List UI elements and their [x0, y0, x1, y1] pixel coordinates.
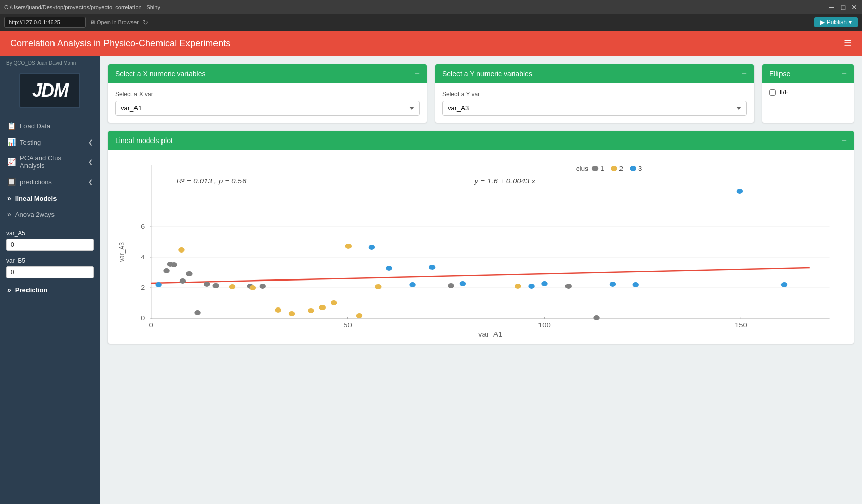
open-in-browser-button[interactable]: 🖥 Open in Browser	[90, 19, 139, 25]
browser-titlebar: C:/Users/juand/Desktop/proyectos/proyect…	[0, 0, 862, 14]
svg-point-51	[275, 307, 281, 313]
chart-container: 0 2 4 6 0 50	[108, 150, 854, 344]
svg-point-32	[633, 282, 639, 287]
sidebar-item-pca-clus[interactable]: 📈 PCA and Clus Analysis ❮	[0, 150, 100, 174]
y-variable-panel: Select a Y numeric variables − Select a …	[435, 64, 754, 123]
x-var-select[interactable]: var_A1 var_A2 var_A3 var_A4 var_A5	[115, 101, 420, 116]
svg-point-41	[204, 282, 210, 287]
svg-point-44	[260, 284, 266, 289]
svg-text:clus: clus	[576, 165, 588, 172]
svg-point-56	[345, 244, 352, 249]
sidebar-item-load-data[interactable]: 📋 Load Data	[0, 118, 100, 134]
svg-point-45	[448, 283, 454, 288]
svg-point-33	[737, 189, 743, 194]
ellipse-panel: Ellipse − T/F	[762, 64, 854, 123]
chart-panel-title: Lineal models plot	[115, 136, 173, 145]
sidebar-by-label: By QCO_DS Juan David Marin	[0, 56, 100, 68]
svg-point-42	[212, 283, 219, 288]
chart-panel-header: Lineal models plot −	[108, 131, 854, 150]
svg-point-35	[163, 268, 169, 273]
ellipse-panel-minimize-button[interactable]: −	[841, 69, 847, 78]
content-area: Select a X numeric variables − Select a …	[100, 56, 862, 504]
main-layout: By QCO_DS Juan David Marin JDM 📋 Load Da…	[0, 56, 862, 504]
svg-point-38	[180, 278, 186, 284]
chart-panel: Lineal models plot − 0 2 4	[108, 131, 854, 344]
svg-text:6: 6	[141, 223, 145, 230]
svg-point-63	[592, 166, 598, 171]
ellipse-panel-title: Ellipse	[769, 70, 790, 78]
ellipse-panel-header: Ellipse −	[762, 64, 854, 83]
var-b5-input[interactable]	[6, 266, 94, 278]
browser-addressbar: http://127.0.0.1:4625 🖥 Open in Browser …	[0, 14, 862, 31]
minimize-button[interactable]: ─	[828, 4, 836, 11]
logo-jdm: JDM	[19, 73, 80, 108]
var-a5-input[interactable]	[6, 239, 94, 251]
svg-text:var_A1: var_A1	[478, 331, 502, 338]
browser-title: C:/Users/juand/Desktop/proyectos/proyect…	[4, 4, 160, 10]
titlebar-left: C:/Users/juand/Desktop/proyectos/proyect…	[4, 4, 160, 10]
lineal-models-icon: »	[7, 194, 11, 202]
y-panel-header: Select a Y numeric variables −	[435, 64, 754, 83]
x-select-label: Select a X var	[115, 91, 420, 98]
svg-point-27	[429, 265, 435, 270]
hamburger-icon[interactable]: ☰	[844, 38, 852, 49]
svg-point-55	[331, 300, 337, 305]
sidebar-item-testing[interactable]: 📊 Testing ❮	[0, 134, 100, 150]
sidebar-item-prediction[interactable]: » Prediction	[0, 282, 100, 298]
sidebar-item-lineal-models[interactable]: » lineal Models	[0, 190, 100, 206]
svg-text:150: 150	[735, 322, 747, 328]
svg-point-39	[186, 271, 192, 276]
svg-point-23	[155, 282, 161, 287]
sidebar-item-predictions[interactable]: 🔲 predictions ❮	[0, 174, 100, 190]
svg-text:R² = 0.013 , p = 0.56: R² = 0.013 , p = 0.56	[176, 178, 246, 184]
svg-point-28	[460, 281, 466, 286]
pca-chevron-icon: ❮	[88, 159, 93, 165]
chart-svg: 0 2 4 6 0 50	[113, 155, 849, 339]
predictions-chevron-icon: ❮	[88, 179, 93, 185]
x-panel-header: Select a X numeric variables −	[108, 64, 427, 83]
var-b5-label: var_B5	[6, 257, 94, 264]
svg-text:2: 2	[141, 284, 145, 291]
svg-text:50: 50	[343, 322, 352, 328]
y-var-select[interactable]: var_A1 var_A2 var_A3 var_A4 var_A5	[442, 101, 747, 116]
svg-text:1: 1	[600, 165, 604, 172]
close-button[interactable]: ✕	[851, 4, 858, 11]
publish-button[interactable]: ▶ Publish ▾	[814, 17, 858, 27]
svg-point-47	[593, 315, 599, 320]
svg-point-46	[565, 284, 572, 289]
svg-point-49	[229, 284, 235, 289]
y-panel-minimize-button[interactable]: −	[741, 69, 747, 78]
ellipse-checkbox[interactable]	[769, 89, 776, 96]
var-a5-label: var_A5	[6, 230, 94, 237]
svg-point-48	[178, 247, 184, 253]
chart-panel-minimize-button[interactable]: −	[841, 136, 847, 145]
load-data-icon: 📋	[7, 122, 16, 130]
svg-point-54	[319, 305, 326, 310]
svg-text:y = 1.6 + 0.0043 x: y = 1.6 + 0.0043 x	[474, 178, 536, 184]
svg-point-40	[194, 310, 200, 315]
pca-icon: 📈	[7, 158, 16, 166]
svg-point-31	[610, 282, 616, 287]
y-select-label: Select a Y var	[442, 91, 747, 98]
svg-point-37	[171, 262, 177, 267]
sidebar-item-anova-2ways[interactable]: » Anova 2ways	[0, 206, 100, 222]
sidebar-menu: 📋 Load Data 📊 Testing ❮ 📈 PCA and Clus A…	[0, 114, 100, 227]
maximize-button[interactable]: □	[840, 4, 847, 11]
refresh-button[interactable]: ↻	[143, 19, 148, 26]
prediction-icon: »	[7, 286, 11, 294]
svg-point-59	[515, 284, 521, 289]
svg-point-24	[369, 245, 375, 250]
svg-point-26	[409, 282, 415, 287]
y-panel-title: Select a Y numeric variables	[442, 70, 532, 78]
svg-point-50	[250, 285, 256, 290]
svg-point-52	[289, 311, 295, 316]
svg-point-57	[356, 313, 362, 318]
svg-line-22	[151, 268, 810, 283]
app-wrapper: Correlation Analysis in Physico-Chemical…	[0, 31, 862, 504]
svg-point-53	[308, 308, 314, 313]
address-input[interactable]: http://127.0.0.1:4625	[4, 17, 86, 28]
svg-point-30	[541, 281, 547, 286]
x-panel-minimize-button[interactable]: −	[414, 69, 420, 78]
sidebar: By QCO_DS Juan David Marin JDM 📋 Load Da…	[0, 56, 100, 504]
app-title: Correlation Analysis in Physico-Chemical…	[10, 38, 836, 49]
